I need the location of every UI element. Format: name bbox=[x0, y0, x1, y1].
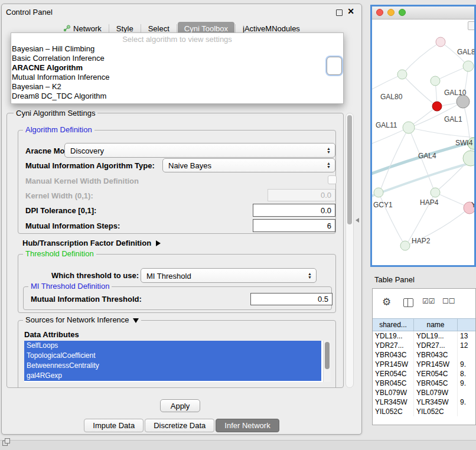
algorithm-option-bayesian-hill-climbing[interactable]: Bayesian – Hill Climbing bbox=[11, 44, 343, 54]
node-label-swi4: SWI4 bbox=[455, 139, 473, 147]
settings-scrollbar[interactable] bbox=[345, 113, 354, 388]
table-row[interactable]: YPR145WYPR145W9. bbox=[373, 360, 476, 369]
algorithm-dropdown-popup: Select algorithm to view settings Bayesi… bbox=[11, 32, 344, 104]
column-header-col2[interactable] bbox=[458, 319, 476, 331]
mi-type-label: Mutual Information Algorithm Type: bbox=[25, 161, 155, 170]
attribute-item-betweennesscentrality[interactable]: BetweennessCentrality bbox=[24, 361, 321, 371]
network-graph: GAL8GAL80GAL10GAL11GAL1SWI4GAL4GCY1HAP4Y… bbox=[372, 19, 474, 265]
network-edge[interactable] bbox=[372, 74, 402, 89]
attribute-item-gal4rgexp[interactable]: gal4RGexp bbox=[24, 371, 321, 381]
application-window: Control Panel ✕ NetworkStyleSelectCyni T… bbox=[0, 0, 476, 450]
network-edge[interactable] bbox=[380, 128, 409, 192]
network-node[interactable] bbox=[397, 70, 407, 79]
float-window-icon[interactable] bbox=[336, 9, 343, 16]
restore-window-icon[interactable] bbox=[2, 438, 10, 446]
algorithm-option-aracne-algorithm[interactable]: ARACNE Algorithm bbox=[11, 63, 343, 73]
manual-kernel-checkbox[interactable] bbox=[328, 175, 337, 184]
kernel-width-input[interactable] bbox=[268, 189, 335, 201]
network-edge[interactable] bbox=[402, 74, 435, 105]
panel-collapse-handle[interactable] bbox=[356, 218, 359, 223]
network-node[interactable] bbox=[436, 37, 445, 47]
table-row[interactable]: YLR345WYLR345W9. bbox=[373, 397, 476, 407]
table-row[interactable]: YDL19...YDL19...13 bbox=[373, 331, 476, 341]
columns-icon[interactable] bbox=[403, 298, 413, 307]
which-threshold-select[interactable]: MI Threshold ▲▼ bbox=[141, 268, 317, 283]
mi-threshold-input[interactable] bbox=[250, 293, 332, 305]
node-label-gcy1: GCY1 bbox=[373, 201, 393, 209]
table-toolbar: ⚙ ☑☑ ☐☐ bbox=[373, 289, 475, 318]
table-row[interactable]: YIL052CYIL052C bbox=[373, 407, 476, 416]
minimize-traffic-light-icon[interactable] bbox=[387, 9, 395, 16]
table-body: YDL19...YDL19...13YDR27...YDR27...12YBR0… bbox=[373, 331, 476, 416]
mi-steps-input[interactable] bbox=[253, 219, 335, 232]
combo-arrows-icon: ▲▼ bbox=[327, 162, 331, 169]
table-header-row: shared...name bbox=[373, 318, 476, 331]
table-row[interactable]: YBR045CYBR045C9. bbox=[373, 379, 476, 388]
table-cell: YPR145W bbox=[414, 360, 458, 369]
table-row[interactable]: YER054CYER054C8. bbox=[373, 369, 476, 379]
mi-threshold-group: MI Threshold Definition Mutual Informati… bbox=[23, 286, 332, 310]
gear-icon[interactable]: ⚙ bbox=[382, 296, 391, 308]
table-row[interactable]: YDR27...YDR27...12 bbox=[373, 341, 476, 350]
network-node[interactable] bbox=[431, 188, 440, 197]
attribute-item-selfloops[interactable]: SelfLoops bbox=[24, 341, 321, 351]
algorithm-option-basic-correlation-inference[interactable]: Basic Correlation Inference bbox=[11, 54, 343, 63]
sources-expander[interactable]: Sources for Network Inference bbox=[23, 315, 141, 324]
algorithm-option-mutual-information-inference[interactable]: Mutual Information Inference bbox=[11, 73, 343, 82]
aracne-mode-select[interactable]: Discovery ▲▼ bbox=[64, 143, 335, 158]
network-node[interactable] bbox=[457, 95, 470, 108]
column-header-name[interactable]: name bbox=[414, 319, 458, 331]
network-node[interactable] bbox=[432, 102, 442, 111]
network-edge[interactable] bbox=[435, 193, 469, 207]
attributes-scrollbar[interactable] bbox=[323, 341, 331, 382]
network-node[interactable] bbox=[374, 188, 383, 197]
dpi-tolerance-input[interactable] bbox=[253, 204, 335, 217]
scrollbar-thumb[interactable] bbox=[347, 115, 352, 224]
clear-checkboxes-icon[interactable]: ☐☐ bbox=[442, 297, 455, 305]
table-cell: 13 bbox=[458, 331, 476, 341]
node-label-hap4: HAP4 bbox=[420, 198, 439, 207]
table-cell: YDR27... bbox=[373, 341, 414, 350]
scrollbar-thumb[interactable] bbox=[325, 342, 330, 369]
network-edge[interactable] bbox=[402, 42, 441, 74]
network-node[interactable] bbox=[431, 76, 440, 86]
tab-label: Cyni Toolbox bbox=[184, 24, 228, 33]
bottom-tab-infer-network[interactable]: Infer Network bbox=[216, 419, 279, 432]
aracne-mode-value: Discovery bbox=[70, 146, 104, 155]
algorithm-definition-title: Algorithm Definition bbox=[23, 125, 94, 134]
sources-group: Sources for Network Inference Data Attri… bbox=[18, 320, 336, 388]
algorithm-option-bayesian-k2[interactable]: Bayesian – K2 bbox=[11, 82, 343, 92]
close-traffic-light-icon[interactable] bbox=[376, 9, 383, 16]
network-node[interactable] bbox=[403, 122, 415, 133]
apply-button[interactable]: Apply bbox=[160, 399, 200, 412]
node-label-hap2: HAP2 bbox=[412, 237, 431, 245]
attribute-item-topologicalcoefficient[interactable]: TopologicalCoefficient bbox=[24, 351, 321, 361]
status-bar bbox=[0, 440, 476, 450]
hub-definition-expander[interactable]: Hub/Transcription Factor Definition bbox=[22, 239, 161, 247]
table-row[interactable]: YBL079WYBL079W bbox=[373, 388, 476, 397]
network-node[interactable] bbox=[400, 241, 410, 250]
data-attributes-label: Data Attributes bbox=[24, 330, 79, 339]
network-view-window: GAL8GAL80GAL10GAL11GAL1SWI4GAL4GCY1HAP4Y… bbox=[370, 5, 476, 267]
table-row[interactable]: YBR043CYBR043C bbox=[373, 350, 476, 360]
network-window-titlebar[interactable] bbox=[372, 6, 474, 19]
table-cell: YPR145W bbox=[373, 360, 414, 369]
algorithm-combobox-fragment[interactable] bbox=[327, 57, 342, 75]
mi-type-select[interactable]: Naive Bayes ▲▼ bbox=[162, 158, 335, 172]
bottom-tab-discretize-data[interactable]: Discretize Data bbox=[145, 419, 214, 432]
table-cell: YIL052C bbox=[373, 407, 414, 416]
table-cell: YDL19... bbox=[414, 331, 458, 341]
network-node[interactable] bbox=[463, 61, 474, 71]
manual-kernel-label: Manual Kernel Width Definition bbox=[25, 177, 139, 185]
select-all-checkboxes-icon[interactable]: ☑☑ bbox=[422, 297, 435, 305]
network-canvas[interactable]: GAL8GAL80GAL10GAL11GAL1SWI4GAL4GCY1HAP4Y… bbox=[372, 19, 474, 265]
table-cell: YBL079W bbox=[414, 388, 458, 397]
tab-label: Select bbox=[148, 24, 169, 33]
network-edge[interactable] bbox=[409, 128, 474, 138]
zoom-traffic-light-icon[interactable] bbox=[399, 9, 406, 16]
close-icon[interactable]: ✕ bbox=[347, 6, 354, 16]
mi-threshold-group-title: MI Threshold Definition bbox=[28, 282, 112, 291]
bottom-tab-impute-data[interactable]: Impute Data bbox=[84, 419, 144, 432]
algorithm-option-dream8-dc-tdc-algorithm[interactable]: Dream8 DC_TDC Algorithm bbox=[11, 92, 343, 101]
column-header-shared[interactable]: shared... bbox=[373, 319, 414, 331]
